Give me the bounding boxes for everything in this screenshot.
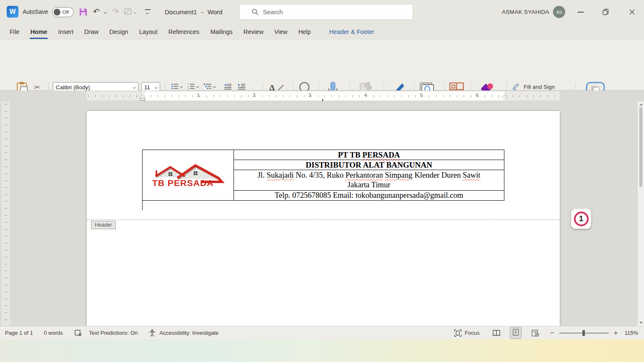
ruler-number: 1 <box>197 93 200 98</box>
close-button[interactable] <box>629 9 635 15</box>
hanging-indent-marker[interactable] <box>140 95 145 98</box>
tab-help[interactable]: Help <box>293 24 317 40</box>
tab-home[interactable]: Home <box>25 24 52 40</box>
ruler-number: 3 <box>309 93 311 98</box>
tab-layout[interactable]: Layout <box>134 24 163 40</box>
page-indicator[interactable]: Page 1 of 1 <box>5 330 33 336</box>
undo-icon[interactable]: ↶ <box>93 7 100 16</box>
touch-mode-chevron-icon <box>134 11 137 14</box>
quick-access-bar-icon[interactable] <box>145 9 151 10</box>
proofing-icon[interactable] <box>75 330 82 336</box>
user-name[interactable]: ASMAK SYAHIDA <box>502 9 549 15</box>
scroll-down-arrow-icon[interactable] <box>639 322 643 324</box>
tb-persada-logo: TB PERSADA <box>151 162 225 188</box>
toggle-knob <box>54 9 60 16</box>
search-box[interactable]: Search <box>239 4 413 20</box>
increase-indent-icon[interactable] <box>238 83 246 90</box>
autosave-toggle[interactable]: Off <box>52 7 74 17</box>
decrease-indent-icon[interactable] <box>224 83 232 90</box>
tab-references[interactable]: References <box>163 24 205 40</box>
minimize-button[interactable] <box>578 12 584 13</box>
save-icon[interactable] <box>79 8 88 16</box>
numbering-icon[interactable]: 123 <box>187 83 195 90</box>
annotation-step-badge: 1 <box>571 209 591 229</box>
svg-text:TB PERSADA: TB PERSADA <box>152 178 214 188</box>
word-count[interactable]: 0 words <box>44 330 63 336</box>
ribbon-tab-row: File Home Insert Draw Design Layout Refe… <box>0 24 644 40</box>
tab-stop-marker[interactable] <box>320 96 325 100</box>
avatar[interactable]: AS <box>553 6 565 18</box>
font-name-value: Calibri (Body) <box>56 84 133 90</box>
document-area: TB PERSADA PT TB PERSADA DISTRIBUTOR ALA… <box>0 101 644 326</box>
company-subtitle: DISTRIBUTOR ALAT BANGUNAN <box>234 160 504 170</box>
right-indent-marker[interactable] <box>501 95 507 98</box>
word-app-icon: W <box>7 6 18 18</box>
horizontal-ruler[interactable]: 1 2 3 4 5 6 <box>0 90 644 101</box>
tab-file[interactable]: File <box>4 24 25 40</box>
bullets-chevron-icon[interactable] <box>180 85 183 88</box>
company-name: PT TB PERSADA <box>234 150 504 160</box>
multilevel-chevron-icon[interactable] <box>213 85 216 88</box>
vertical-scrollbar[interactable] <box>638 101 644 326</box>
fill-and-sign-button[interactable]: Fill and Sign <box>512 83 555 90</box>
ruler-number: 2 <box>253 93 255 98</box>
autosave-label: AutoSave <box>23 8 48 15</box>
restore-button[interactable] <box>602 9 609 15</box>
tab-design[interactable]: Design <box>104 24 134 40</box>
ruler-number: 5 <box>420 93 423 98</box>
company-address: Jl. Sukajadi No. 4/35, Ruko Perkantoran … <box>234 170 504 191</box>
zoom-level[interactable]: 115% <box>625 330 638 336</box>
accessibility-status[interactable]: Accessibility: Investigate <box>159 330 218 336</box>
tab-view[interactable]: View <box>269 24 293 40</box>
autosave-state: Off <box>62 10 69 15</box>
print-layout-icon[interactable] <box>510 327 522 339</box>
table-border-stub <box>142 200 143 210</box>
ruler-number: 4 <box>364 93 367 98</box>
status-bar: Page 1 of 1 0 words Text Predictions: On… <box>0 326 644 339</box>
fill-sign-icon <box>512 83 520 90</box>
logo-cell: TB PERSADA <box>143 150 234 200</box>
read-mode-icon[interactable] <box>492 330 501 336</box>
fill-and-sign-label: Fill and Sign <box>524 84 555 90</box>
annotation-step-number: 1 <box>574 212 589 226</box>
zoom-in-button[interactable]: + <box>614 329 618 337</box>
search-icon <box>252 8 259 16</box>
left-indent-marker[interactable] <box>140 98 145 101</box>
tab-review[interactable]: Review <box>238 24 269 40</box>
zoom-slider[interactable] <box>559 333 609 334</box>
first-line-indent-marker[interactable] <box>140 90 145 94</box>
tab-header-footer[interactable]: Header & Footer <box>324 24 379 40</box>
vertical-ruler[interactable] <box>2 101 10 326</box>
web-layout-icon[interactable] <box>532 330 539 336</box>
redo-icon: ↷ <box>112 7 119 16</box>
address-line-1: Jl. Sukajadi No. 4/35, Ruko Perkantoran … <box>234 171 504 180</box>
tab-mailings[interactable]: Mailings <box>205 24 238 40</box>
touch-mode-icon <box>124 8 132 16</box>
address-line-2: Jakarta Timur <box>234 180 504 190</box>
accessibility-icon[interactable] <box>148 329 156 337</box>
tab-insert[interactable]: Insert <box>53 24 79 40</box>
focus-label[interactable]: Focus <box>465 330 479 336</box>
text-predictions[interactable]: Text Predictions: On <box>89 330 138 336</box>
zoom-slider-thumb[interactable] <box>582 330 585 336</box>
undo-chevron-icon[interactable] <box>104 11 107 14</box>
multilevel-list-icon[interactable] <box>204 83 212 90</box>
tab-draw[interactable]: Draw <box>79 24 104 40</box>
document-title: Document1 - Word <box>165 8 223 16</box>
scrollbar-thumb[interactable] <box>639 107 642 187</box>
focus-icon[interactable] <box>454 329 462 337</box>
quick-access-chevron-icon[interactable] <box>146 11 149 14</box>
taskbar: Search 33° <box>0 339 644 362</box>
scroll-up-arrow-icon[interactable] <box>639 103 643 106</box>
page[interactable] <box>87 111 560 326</box>
word-window: W AutoSave Off ↶ ↷ Document1 - Word Sear… <box>0 0 644 362</box>
svg-text:3: 3 <box>187 88 189 90</box>
bullets-icon[interactable] <box>171 83 179 90</box>
zoom-out-button[interactable]: − <box>550 329 554 337</box>
company-contact: Telp. 0725678085 Email: tokobangunanpers… <box>234 191 504 200</box>
ruler-number: 6 <box>476 93 478 98</box>
header-table[interactable]: TB PERSADA PT TB PERSADA DISTRIBUTOR ALA… <box>142 150 504 201</box>
header-boundary <box>87 220 560 220</box>
numbering-chevron-icon[interactable] <box>196 85 199 88</box>
header-tag[interactable]: Header <box>91 221 116 229</box>
